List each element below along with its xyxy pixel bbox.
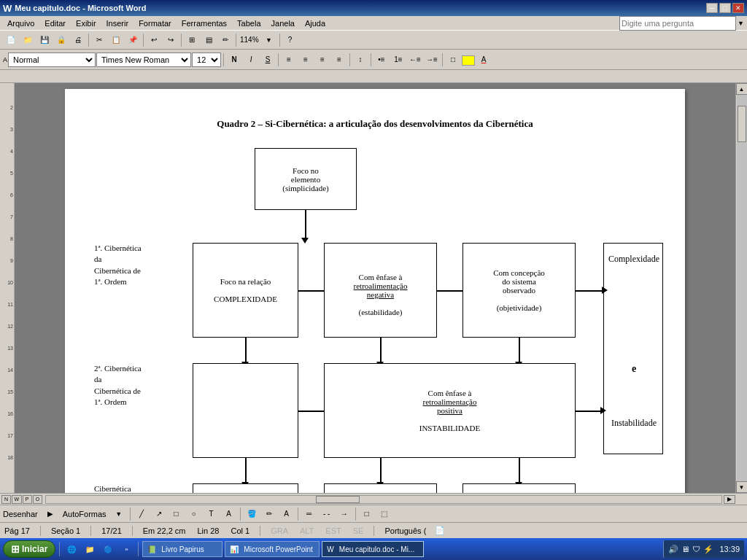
dash-style-button[interactable]: - - (319, 507, 335, 521)
align-right-button[interactable]: ≡ (314, 52, 330, 67)
menu-inserir[interactable]: Inserir (102, 18, 133, 29)
autoformas-label[interactable]: AutoFormas (60, 510, 109, 518)
italic-button[interactable]: I (243, 52, 259, 67)
scroll-thumb[interactable] (738, 106, 746, 142)
quicklaunch-ie[interactable]: 🌐 (63, 542, 80, 556)
highlight-button[interactable] (462, 55, 475, 66)
cut-button[interactable]: ✂ (91, 33, 107, 47)
size-select[interactable]: 12 (192, 52, 221, 67)
wordart-button[interactable]: A (221, 507, 237, 521)
minimize-button[interactable]: ─ (706, 3, 718, 13)
menu-exibir[interactable]: Exibir (71, 18, 101, 29)
box-center-1: Foco na relação COMPLEXIDADE (193, 243, 298, 338)
draw-select-button[interactable]: ▶ (42, 507, 58, 521)
font-color-button[interactable]: A (476, 52, 492, 67)
taskbar-app-1[interactable]: 📗 Livro Papirus (142, 541, 222, 557)
taskbar-sep2 (138, 542, 139, 556)
arrow-h-far-r (576, 290, 605, 292)
arrow-head-2b (600, 407, 606, 414)
taskbar-sep (59, 542, 60, 556)
vertical-ruler: 2 3 4 5 6 7 8 9 10 11 12 13 14 15 16 17 … (0, 83, 15, 493)
menu-formatar[interactable]: Formatar (134, 18, 176, 29)
new-button[interactable]: 📄 (3, 33, 19, 47)
scroll-down-button[interactable]: ▼ (736, 481, 748, 493)
line-button[interactable]: ╱ (133, 507, 150, 521)
zoom-dropdown[interactable]: ▼ (261, 33, 277, 47)
open-button[interactable]: 📁 (20, 33, 36, 47)
drawing-button[interactable]: ✏ (217, 33, 233, 47)
tray-icon-2: 🖥 (681, 545, 689, 553)
numbering-button[interactable]: 1≡ (390, 52, 406, 67)
help-button[interactable]: ? (282, 33, 298, 47)
columns-button[interactable]: ▤ (201, 33, 217, 47)
start-button[interactable]: ⊞ Iniciar (3, 540, 55, 558)
fill-color-button[interactable]: 🪣 (244, 507, 260, 521)
align-left-button[interactable]: ≡ (281, 52, 297, 67)
3d-button[interactable]: ⬚ (376, 507, 392, 521)
underline-button[interactable]: S (260, 52, 276, 67)
bullets-button[interactable]: •≡ (374, 52, 390, 67)
rectangle-button[interactable]: □ (169, 507, 185, 521)
menu-editar[interactable]: Editar (40, 18, 70, 29)
ellipse-button[interactable]: ○ (186, 507, 202, 521)
quicklaunch-folder[interactable]: 📁 (82, 542, 98, 556)
arrow-button[interactable]: ↗ (151, 507, 167, 521)
menu-ferramentas[interactable]: Ferramentas (177, 18, 231, 29)
arrow-v-r2-r3a (380, 458, 382, 483)
close-button[interactable]: ✕ (732, 3, 744, 13)
arrow-h-2 (298, 411, 324, 412)
shadow-button[interactable]: □ (359, 507, 375, 521)
menu-janela[interactable]: Janela (267, 18, 299, 29)
arrow-style-button[interactable]: → (336, 507, 352, 521)
decrease-indent-button[interactable]: ←≡ (407, 52, 423, 67)
vertical-scrollbar[interactable]: ▲ ▼ (735, 83, 747, 493)
taskbar-app-2[interactable]: 📊 Microsoft PowerPoint (225, 541, 320, 557)
autoformas-dropdown[interactable]: ▼ (111, 507, 127, 521)
quicklaunch-arrow[interactable]: » (118, 542, 134, 556)
formatting-toolbar: A Normal Times New Roman 12 N I S ≡ ≡ ≡ … (0, 50, 747, 70)
arrow-line-1 (305, 210, 306, 239)
view-normal-button[interactable]: N (1, 495, 11, 504)
font-color-draw-button[interactable]: A (279, 507, 295, 521)
menu-arquivo[interactable]: Arquivo (3, 18, 39, 29)
permissions-button[interactable]: 🔒 (53, 33, 69, 47)
increase-indent-button[interactable]: →≡ (424, 52, 440, 67)
paste-button[interactable]: 📌 (125, 33, 141, 47)
taskbar-app-1-label: Livro Papirus (161, 545, 204, 553)
textbox-button[interactable]: T (204, 507, 220, 521)
zoom-display: 114% (239, 36, 260, 44)
horizontal-scroll-track[interactable] (45, 495, 722, 504)
scroll-up-button[interactable]: ▲ (736, 83, 748, 95)
search-input[interactable] (619, 16, 736, 31)
scroll-right-button[interactable]: ▶ (724, 495, 735, 504)
bold-button[interactable]: N (226, 52, 242, 67)
align-center-button[interactable]: ≡ (298, 52, 314, 67)
view-print-button[interactable]: P (23, 495, 32, 504)
taskbar-app-3[interactable]: W Meu capitulo.doc - Mi... (322, 541, 424, 557)
search-dropdown-icon[interactable]: ▼ (738, 20, 744, 27)
copy-button[interactable]: 📋 (108, 33, 124, 47)
status-sep1 (40, 526, 41, 536)
table-button[interactable]: ⊞ (184, 33, 200, 47)
outside-border-button[interactable]: □ (445, 52, 461, 67)
view-outline-button[interactable]: O (33, 495, 42, 504)
print-button[interactable]: 🖨 (70, 33, 86, 47)
save-button[interactable]: 💾 (36, 33, 53, 47)
line-color-button[interactable]: ✏ (261, 507, 277, 521)
redo-button[interactable]: ↪ (163, 33, 179, 47)
undo-button[interactable]: ↩ (146, 33, 162, 47)
horizontal-scroll-thumb[interactable] (316, 496, 360, 503)
menu-tabela[interactable]: Tabela (233, 18, 265, 29)
maximize-button[interactable]: □ (719, 3, 731, 13)
line-spacing-button[interactable]: ↕ (352, 52, 368, 67)
scroll-track[interactable] (737, 95, 747, 481)
toolbar-separator5 (279, 34, 280, 47)
view-web-button[interactable]: W (12, 495, 21, 504)
menu-ajuda[interactable]: Ajuda (301, 18, 330, 29)
justify-button[interactable]: ≡ (331, 52, 347, 67)
line-style-button[interactable]: ═ (301, 507, 317, 521)
quicklaunch-browser[interactable]: 🔵 (100, 542, 116, 556)
style-select[interactable]: Normal (8, 52, 96, 67)
arrow-v-r1b-r3 (519, 338, 520, 363)
font-select[interactable]: Times New Roman (96, 52, 191, 67)
